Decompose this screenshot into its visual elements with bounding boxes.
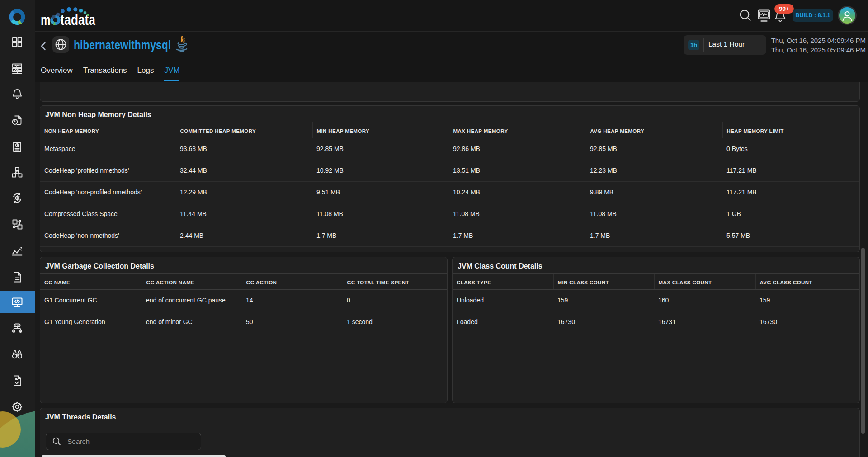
svg-text:m: m — [41, 11, 51, 28]
svg-text:tadata: tadata — [61, 11, 96, 28]
svg-text:hibernatewithmysql: hibernatewithmysql — [74, 38, 171, 52]
